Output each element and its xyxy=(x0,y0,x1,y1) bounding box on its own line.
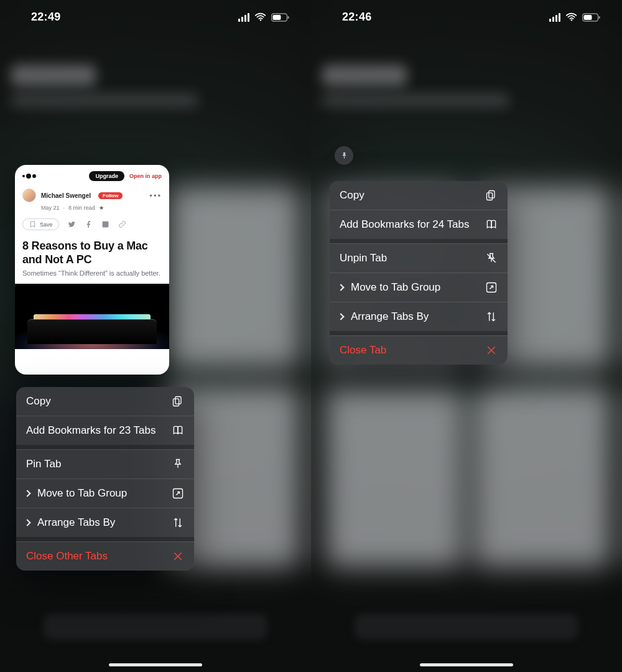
cellular-icon xyxy=(238,13,250,22)
article-meta: May 21 · 8 min read ★ xyxy=(15,203,169,216)
open-in-app-link[interactable]: Open in app xyxy=(129,173,162,179)
status-bar: 22:46 xyxy=(311,0,622,34)
article-hero-image xyxy=(15,284,169,349)
wifi-icon xyxy=(254,12,267,22)
pin-icon xyxy=(172,458,184,470)
copy-icon xyxy=(485,189,498,202)
menu-bookmarks-label: Add Bookmarks for 24 Tabs xyxy=(340,218,470,231)
status-time: 22:49 xyxy=(31,11,61,24)
menu-arrange-tabs[interactable]: Arrange Tabs By xyxy=(330,302,508,331)
menu-move-label: Move to Tab Group xyxy=(37,487,127,500)
cellular-icon xyxy=(549,13,561,22)
article-title: 8 Reasons to Buy a Mac and Not A PC xyxy=(15,236,169,269)
menu-unpin-tab[interactable]: Unpin Tab xyxy=(330,243,508,273)
status-icons xyxy=(238,12,290,22)
save-button[interactable]: Save xyxy=(22,218,59,230)
header-title-blur xyxy=(11,65,96,86)
wifi-icon xyxy=(565,12,578,22)
sort-icon xyxy=(485,310,498,323)
facebook-icon[interactable] xyxy=(85,220,93,228)
open-icon xyxy=(485,281,498,294)
menu-move-label: Move to Tab Group xyxy=(351,281,440,294)
menu-move-to-group[interactable]: Move to Tab Group xyxy=(330,273,508,302)
chevron-right-icon xyxy=(24,490,30,497)
header-subtitle-blur xyxy=(322,93,509,107)
author-name[interactable]: Michael Swengel xyxy=(41,192,91,199)
star-icon: ★ xyxy=(99,205,104,211)
menu-separator xyxy=(16,537,194,541)
battery-icon xyxy=(582,13,601,22)
chevron-right-icon xyxy=(337,313,344,320)
menu-separator xyxy=(330,331,508,335)
menu-copy-label: Copy xyxy=(340,189,364,202)
copy-icon xyxy=(172,395,184,408)
menu-close-label: Close Other Tabs xyxy=(26,550,108,562)
header-title-blur xyxy=(322,65,407,86)
header-subtitle-blur xyxy=(11,93,198,107)
menu-close-tab[interactable]: Close Tab xyxy=(330,335,508,365)
book-icon xyxy=(172,424,184,437)
bookmark-icon xyxy=(29,220,37,228)
menu-arrange-label: Arrange Tabs By xyxy=(37,516,115,529)
chevron-right-icon xyxy=(24,519,30,526)
close-icon xyxy=(172,550,184,562)
home-indicator[interactable] xyxy=(420,663,513,666)
follow-button[interactable]: Follow xyxy=(98,192,123,199)
menu-bookmarks-label: Add Bookmarks for 23 Tabs xyxy=(26,424,156,437)
menu-add-bookmarks[interactable]: Add Bookmarks for 23 Tabs xyxy=(16,416,194,445)
tab-context-menu: Copy Add Bookmarks for 24 Tabs Unpin Tab… xyxy=(330,181,508,365)
pin-indicator-button[interactable] xyxy=(335,146,353,165)
close-icon xyxy=(485,344,498,357)
twitter-icon[interactable] xyxy=(68,220,76,228)
menu-unpin-label: Unpin Tab xyxy=(340,252,387,264)
menu-close-label: Close Tab xyxy=(340,344,386,357)
screenshot-left: 22:49 Upgrade Open in app Michael Swenge… xyxy=(0,0,311,672)
menu-add-bookmarks[interactable]: Add Bookmarks for 24 Tabs xyxy=(330,210,508,239)
menu-arrange-label: Arrange Tabs By xyxy=(351,310,429,323)
menu-copy-label: Copy xyxy=(26,395,51,408)
menu-arrange-tabs[interactable]: Arrange Tabs By xyxy=(16,508,194,537)
menu-close-other-tabs[interactable]: Close Other Tabs xyxy=(16,541,194,571)
svg-rect-12 xyxy=(102,222,108,228)
tab-context-menu: Copy Add Bookmarks for 23 Tabs Pin Tab M… xyxy=(16,387,194,571)
save-label: Save xyxy=(40,222,53,228)
screenshot-right: 22:46 Apple Watch, Mac &… Copy xyxy=(311,0,622,672)
chevron-right-icon xyxy=(337,284,344,291)
menu-separator xyxy=(16,445,194,449)
author-avatar[interactable] xyxy=(22,189,36,202)
upgrade-button[interactable]: Upgrade xyxy=(89,171,124,181)
article-date: May 21 xyxy=(41,205,60,211)
more-icon[interactable]: ••• xyxy=(149,191,162,200)
menu-pin-tab[interactable]: Pin Tab xyxy=(16,449,194,478)
medium-logo-icon xyxy=(22,174,36,179)
sort-icon xyxy=(172,516,184,529)
tab-preview-card[interactable]: Upgrade Open in app Michael Swengel Foll… xyxy=(15,165,169,375)
link-icon[interactable] xyxy=(118,220,126,228)
article-subtitle: Sometimes “Think Different” is actually … xyxy=(15,269,169,284)
menu-separator xyxy=(330,239,508,243)
battery-icon xyxy=(271,13,290,22)
status-time: 22:46 xyxy=(342,11,372,24)
article-readtime: 8 min read xyxy=(68,205,95,211)
bottom-toolbar-blur xyxy=(44,614,267,640)
pin-filled-icon xyxy=(340,151,349,161)
book-icon xyxy=(485,218,498,231)
linkedin-icon[interactable] xyxy=(101,220,109,228)
bottom-toolbar-blur xyxy=(355,614,578,640)
menu-move-to-group[interactable]: Move to Tab Group xyxy=(16,478,194,508)
status-bar: 22:49 xyxy=(0,0,311,34)
open-icon xyxy=(172,487,184,500)
menu-copy[interactable]: Copy xyxy=(16,387,194,416)
article-actions: Save xyxy=(15,216,169,236)
menu-copy[interactable]: Copy xyxy=(330,181,508,210)
menu-pin-label: Pin Tab xyxy=(26,458,61,470)
status-icons xyxy=(549,12,601,22)
home-indicator[interactable] xyxy=(109,663,202,666)
unpin-icon xyxy=(485,252,498,264)
